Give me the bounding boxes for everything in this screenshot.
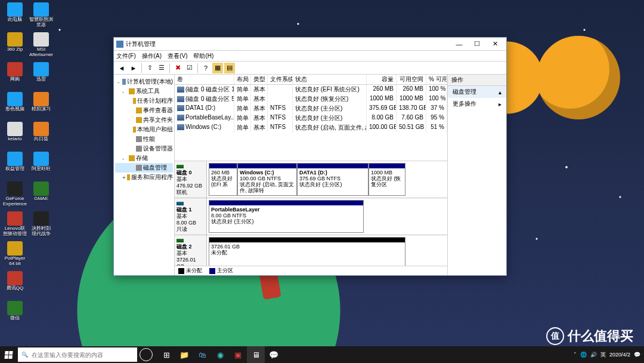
- cortana-button[interactable]: [140, 348, 153, 361]
- desktop-icon[interactable]: 模拟演习: [29, 92, 54, 122]
- desktop-icon[interactable]: GMAE: [29, 182, 54, 211]
- desktop-icon[interactable]: Lenovo联想驱动管理: [2, 211, 27, 241]
- desktop-icon[interactable]: 阿里旺旺: [29, 152, 54, 182]
- tree-item[interactable]: 共享文件夹: [115, 115, 173, 125]
- maximize-button[interactable]: ☐: [468, 38, 486, 50]
- tray-clock[interactable]: 2020/4/2: [609, 352, 630, 358]
- tree-item[interactable]: 任务计划程序: [115, 96, 173, 106]
- desktop-icon[interactable]: GeForce Experience: [2, 182, 27, 211]
- tree-item[interactable]: 磁盘管理: [115, 163, 173, 173]
- desktop-icon[interactable]: 决胜时刻 现代战争: [29, 211, 54, 241]
- volume-row[interactable]: (磁盘 0 磁盘分区 5)简单基本状态良好 (恢复分区)1000 MB1000 …: [175, 94, 447, 104]
- volume-row[interactable]: (磁盘 0 磁盘分区 1)简单基本状态良好 (EFI 系统分区)260 MB26…: [175, 85, 447, 94]
- tree-item[interactable]: 本地用户和组: [115, 125, 173, 134]
- disk-graphical-view[interactable]: 磁盘 0基本476.92 GB联机260 MB状态良好 (EFI 系Window…: [175, 161, 447, 266]
- tree-item[interactable]: 设备管理器: [115, 144, 173, 153]
- legend-unallocated-icon: [178, 268, 184, 274]
- tree-item[interactable]: 事件查看器: [115, 106, 173, 115]
- desktop-icon[interactable]: 智慧联想浏览器: [29, 2, 54, 32]
- partition[interactable]: DATA1 (D:)375.69 GB NTFS状态良好 (主分区): [297, 163, 369, 196]
- close-button[interactable]: ✕: [486, 38, 504, 50]
- tree-item[interactable]: 性能: [115, 134, 173, 144]
- col-layout[interactable]: 布局: [234, 75, 251, 84]
- search-icon: 🔍: [21, 352, 28, 358]
- taskbar-app-store[interactable]: 🛍: [193, 346, 211, 363]
- volume-list-header[interactable]: 卷 布局 类型 文件系统 状态 容量 可用空间 % 可用: [175, 75, 447, 85]
- partition[interactable]: PortableBaseLayer8.00 GB NTFS状态良好 (主分区): [209, 200, 364, 233]
- disk-header[interactable]: 磁盘 0基本476.92 GB联机: [175, 161, 207, 198]
- desktop-icon[interactable]: 权益管理: [2, 152, 27, 182]
- col-capacity[interactable]: 容量: [367, 75, 397, 84]
- tray-network-icon[interactable]: 🌐: [580, 352, 587, 358]
- desktop-icon[interactable]: 此电脑: [2, 2, 27, 32]
- volume-list[interactable]: 卷 布局 类型 文件系统 状态 容量 可用空间 % 可用 (磁盘 0 磁盘分区 …: [175, 75, 447, 161]
- col-percent[interactable]: % 可用: [426, 75, 447, 84]
- desktop-icon[interactable]: 迅雷: [29, 62, 54, 92]
- taskbar-app-wechat[interactable]: 💬: [265, 346, 283, 363]
- menu-item[interactable]: 帮助(H): [193, 52, 213, 60]
- taskbar-app-lenovo[interactable]: ▣: [229, 346, 247, 363]
- col-type[interactable]: 类型: [251, 75, 268, 84]
- back-button[interactable]: ◄: [116, 63, 127, 73]
- tray-notifications-icon[interactable]: 💬: [634, 352, 640, 358]
- tree-item[interactable]: -系统工具: [115, 87, 173, 96]
- task-view-button[interactable]: ⊞: [157, 346, 175, 363]
- menu-item[interactable]: 文件(F): [116, 52, 136, 60]
- desktop-icons: 此电脑智慧联想浏览器360 ZipMSI Afterburner网购迅雷形色视频…: [2, 2, 54, 331]
- search-box[interactable]: 🔍: [18, 347, 137, 362]
- tray-ime-indicator[interactable]: 英: [600, 351, 606, 359]
- start-button[interactable]: [0, 346, 17, 363]
- show-hide-button[interactable]: ☰: [156, 63, 167, 73]
- desktop-icon[interactable]: 向日葵: [29, 122, 54, 152]
- desktop-icon[interactable]: kelario: [2, 122, 27, 152]
- taskbar-app-compmgmt[interactable]: 🖥: [247, 346, 265, 363]
- taskbar-app-explorer[interactable]: 📁: [175, 346, 193, 363]
- tree-item[interactable]: -存储: [115, 153, 173, 163]
- collapse-icon: ▴: [499, 89, 501, 96]
- tray-expand-icon[interactable]: ˄: [574, 352, 577, 358]
- desktop-icon[interactable]: 微信: [2, 301, 27, 331]
- view-list-button[interactable]: ▦: [212, 63, 223, 73]
- desktop-icon[interactable]: 形色视频: [2, 92, 27, 122]
- tray-volume-icon[interactable]: 🔊: [590, 352, 597, 358]
- disk-header[interactable]: 磁盘 2基本3726.01 GB联机: [175, 235, 207, 266]
- partition[interactable]: 1000 MB状态良好 (恢复分区: [369, 163, 405, 196]
- volume-row[interactable]: Windows (C:)简单基本NTFS状态良好 (启动, 页面文件, 故障转储…: [175, 123, 447, 133]
- view-detail-button[interactable]: ▤: [224, 63, 235, 73]
- search-input[interactable]: [32, 352, 134, 358]
- menu-item[interactable]: 查看(V): [168, 52, 187, 60]
- nav-tree[interactable]: -计算机管理(本地)-系统工具任务计划程序事件查看器共享文件夹本地用户和组性能设…: [114, 75, 175, 275]
- col-status[interactable]: 状态: [293, 75, 367, 84]
- forward-button[interactable]: ►: [128, 63, 139, 73]
- col-volume[interactable]: 卷: [175, 75, 234, 84]
- more-actions[interactable]: 更多操作▸: [448, 98, 506, 110]
- refresh-button[interactable]: ✖: [172, 63, 183, 73]
- menu-item[interactable]: 操作(A): [142, 52, 162, 60]
- actions-header: 操作: [448, 75, 506, 86]
- volume-row[interactable]: DATA1 (D:)简单基本NTFS状态良好 (主分区)375.69 GB138…: [175, 104, 447, 113]
- desktop-icon[interactable]: 360 Zip: [2, 32, 27, 62]
- partition[interactable]: 260 MB状态良好 (EFI 系: [209, 163, 237, 196]
- watermark-text: 什么值得买: [568, 327, 633, 345]
- taskbar-app-edge[interactable]: ◉: [211, 346, 229, 363]
- titlebar[interactable]: 计算机管理 ― ☐ ✕: [114, 38, 506, 51]
- col-filesystem[interactable]: 文件系统: [268, 75, 293, 84]
- partition[interactable]: Windows (C:)100.00 GB NTFS状态良好 (启动, 页面文件…: [237, 163, 297, 196]
- actions-section[interactable]: 磁盘管理▴: [448, 86, 506, 98]
- help-button[interactable]: ?: [200, 63, 211, 73]
- partition[interactable]: 3726.01 GB未分配: [209, 237, 405, 266]
- volume-row[interactable]: PortableBaseLay...简单基本NTFS状态良好 (主分区)8.00…: [175, 113, 447, 123]
- disk-header[interactable]: 磁盘 1基本8.00 GB只读: [175, 198, 207, 235]
- desktop-icon[interactable]: PotPlayer 64 bit: [2, 241, 27, 271]
- up-button[interactable]: ⇧: [144, 63, 155, 73]
- desktop-icon[interactable]: MSI Afterburner: [29, 32, 54, 62]
- computer-management-window: 计算机管理 ― ☐ ✕ 文件(F)操作(A)查看(V)帮助(H) ◄ ► ⇧ ☰…: [113, 37, 507, 276]
- properties-button[interactable]: ☑: [184, 63, 195, 73]
- minimize-button[interactable]: ―: [450, 38, 468, 50]
- desktop-icon[interactable]: 腾讯QQ: [2, 271, 27, 301]
- tree-item[interactable]: +服务和应用程序: [115, 173, 173, 182]
- col-free[interactable]: 可用空间: [397, 75, 426, 84]
- desktop-icon[interactable]: 网购: [2, 62, 27, 92]
- tree-item[interactable]: -计算机管理(本地): [115, 77, 173, 87]
- watermark-logo-icon: 值: [546, 327, 564, 345]
